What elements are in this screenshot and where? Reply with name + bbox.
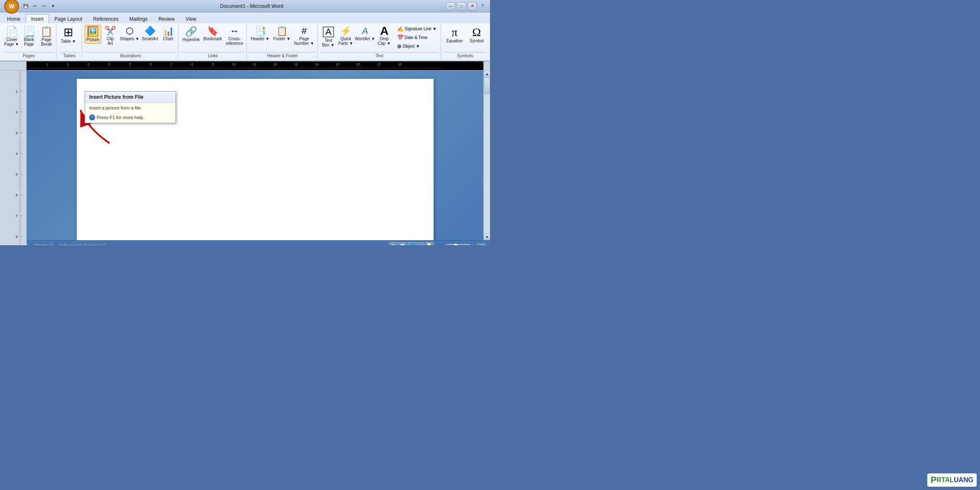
tab-insert[interactable]: Insert [26,14,49,23]
zoom-out-icon[interactable]: ─ [441,243,444,245]
minimize-button[interactable]: ─ [446,2,455,10]
ribbon-group-header-footer: 📑 Header ▼ 📋 Footer ▼ # PageNumber ▼ Hea… [248,24,318,59]
svg-text:3: 3 [16,131,18,135]
wordart-icon: A [362,27,368,36]
close-button[interactable]: ✕ [468,2,477,10]
text-label: Text [320,52,439,58]
svg-text:8: 8 [191,62,193,66]
header-button[interactable]: 📑 Header ▼ [249,25,271,43]
tab-home[interactable]: Home [2,14,26,23]
smartart-button[interactable]: 🔷 SmartArt [141,25,159,43]
svg-rect-49 [0,71,27,245]
help-button[interactable]: ? [478,2,487,10]
svg-text:11: 11 [253,62,256,66]
tab-mailings[interactable]: Mailings [124,14,153,23]
title-bar-left: W 💾 ↩ ↪ ▼ [3,0,57,15]
svg-text:7: 7 [16,214,18,218]
zoom-thumb[interactable] [453,244,458,246]
ruler-container: 1 2 3 4 5 6 7 8 9 10 11 12 13 14 15 16 1… [0,61,490,71]
scroll-track[interactable] [484,77,490,234]
footer-icon: 📋 [276,27,288,36]
svg-text:4: 4 [16,152,18,156]
scrollbar[interactable]: ▲ ▼ [483,71,490,240]
svg-text:3: 3 [88,62,90,66]
drop-cap-icon: A [380,27,388,36]
symbols-buttons: π Equation Ω Symbol [444,25,487,51]
text-box-button[interactable]: A TextBox ▼ [320,25,337,49]
symbols-label: Symbols [444,52,487,58]
page-number-button[interactable]: # PageNumber ▼ [293,25,316,47]
tooltip-box: Insert Picture from File Insert a pictur… [85,91,176,123]
chart-icon: 📊 [163,27,174,36]
signature-line-button[interactable]: ✍ Signature Line ▼ [395,25,439,33]
links-buttons: 🔗 Hyperlink 🔖 Bookmark ↔ Cross-reference [181,25,245,51]
quick-parts-button[interactable]: ⚡ QuickParts ▼ [338,25,354,47]
drop-cap-button[interactable]: A DropCap ▼ [376,25,392,47]
tab-review[interactable]: Review [153,14,180,23]
tab-page-layout[interactable]: Page Layout [49,14,88,23]
maximize-button[interactable]: □ [457,2,466,10]
scroll-up-button[interactable]: ▲ [484,71,490,77]
ribbon-group-tables: ⊞ Table ▼ Tables [57,24,82,59]
ribbon-group-text: A TextBox ▼ ⚡ QuickParts ▼ A WordArt ▼ A… [319,24,441,59]
horizontal-ruler: 1 2 3 4 5 6 7 8 9 10 11 12 13 14 15 16 1… [27,61,483,70]
print-layout-button[interactable]: ▤ [389,242,397,245]
redo-button[interactable]: ↪ [40,2,48,10]
page-break-button[interactable]: 📋 PageBreak [38,25,55,48]
zoom-control: ─ + 100% [441,243,487,245]
undo-button[interactable]: ↩ [31,2,39,10]
blank-page-button[interactable]: 📃 BlankPage [21,25,37,48]
ruler-marks: 1 2 3 4 5 6 7 8 9 10 11 12 13 14 15 16 1… [27,61,483,70]
symbol-icon: Ω [472,27,481,38]
ribbon-group-links: 🔗 Hyperlink 🔖 Bookmark ↔ Cross-reference… [179,24,247,59]
symbol-button[interactable]: Ω Symbol [467,25,487,45]
object-button[interactable]: ⊕ Object ▼ [395,42,439,50]
zoom-in-icon[interactable]: + [472,243,475,245]
quick-access-dropdown[interactable]: ▼ [49,2,57,10]
scroll-thumb[interactable] [484,78,490,94]
tab-view[interactable]: View [180,14,202,23]
cross-reference-icon: ↔ [230,27,239,36]
zoom-slider[interactable] [446,244,470,246]
clip-art-button[interactable]: ✂️ ClipArt [102,25,119,47]
page-number-icon: # [302,27,307,36]
object-icon: ⊕ [397,43,402,49]
quick-parts-icon: ⚡ [340,27,351,36]
header-icon: 📑 [255,27,266,36]
cover-page-button[interactable]: 📄 CoverPage ▼ [3,25,20,48]
vertical-ruler-marks: 1 2 3 4 5 6 7 8 9 10 [0,71,27,245]
chart-button[interactable]: 📊 Chart [160,25,176,43]
cross-reference-button[interactable]: ↔ Cross-reference [224,25,245,47]
vertical-scrollbar-top[interactable] [483,61,490,71]
outline-button[interactable]: ≡ [418,242,424,245]
footer-button[interactable]: 📋 Footer ▼ [272,25,292,43]
ruler-corner [0,61,27,70]
wordart-button[interactable]: A WordArt ▼ [355,25,375,43]
tab-references[interactable]: References [88,14,124,23]
bookmark-button[interactable]: 🔖 Bookmark [202,25,224,43]
blank-page-icon: 📃 [23,27,35,37]
svg-text:5: 5 [129,62,131,66]
scroll-down-button[interactable]: ▼ [484,234,490,240]
picture-button[interactable]: 🖼️ Picture [85,25,101,44]
web-layout-button[interactable]: 🌐 [408,242,417,245]
table-icon: ⊞ [63,27,73,38]
table-button[interactable]: ⊞ Table ▼ [59,25,78,45]
office-button[interactable]: W [4,0,19,14]
help-icon: ? [89,115,95,120]
save-button[interactable]: 💾 [22,2,30,10]
draft-button[interactable]: 📝 [425,242,434,245]
date-time-button[interactable]: 📅 Date & Time [395,34,439,41]
cover-page-icon: 📄 [5,27,18,37]
equation-button[interactable]: π Equation [444,25,466,45]
header-footer-label: Header & Footer [249,52,316,58]
quick-access-toolbar: 💾 ↩ ↪ ▼ [22,2,57,10]
document-canvas[interactable]: Insert Picture from File Insert a pictur… [27,71,483,240]
document-area: 1 2 3 4 5 6 7 8 9 10 [0,71,490,240]
picture-icon: 🖼️ [87,27,99,37]
shapes-button[interactable]: ⬡ Shapes ▼ [119,25,140,43]
hyperlink-button[interactable]: 🔗 Hyperlink [181,25,201,44]
tooltip-title: Insert Picture from File [85,92,176,103]
hyperlink-icon: 🔗 [185,27,197,37]
full-reading-button[interactable]: 📖 [398,242,407,245]
